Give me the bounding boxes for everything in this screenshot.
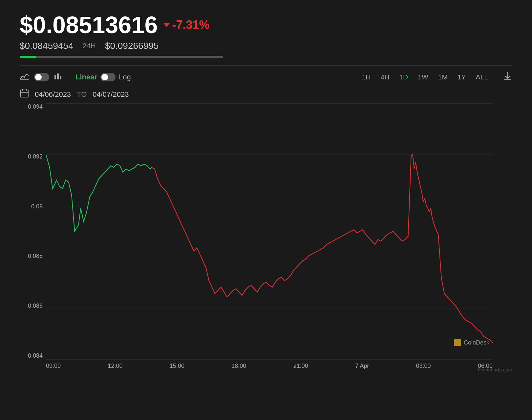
coindesk-brand: CoinDesk [464,339,489,346]
linear-log-toggle: Linear Log [75,73,131,81]
chart-inner [46,103,493,359]
time-buttons: 1H 4H 1D 1W 1M 1Y ALL [359,72,491,82]
x-axis: 09:00 12:00 15:00 18:00 21:00 7 Apr 03:0… [46,359,493,372]
price-display: $0.08513616 -7.31% [20,13,512,37]
x-label-15: 15:00 [170,363,184,369]
y-label-0094: 0.094 [28,103,43,110]
download-button[interactable] [503,72,512,83]
log-toggle-knob [101,74,108,80]
x-label-18: 18:00 [231,363,246,369]
y-axis: 0.094 0.092 0.09 0.088 0.086 0.084 [20,103,46,359]
price-high: $0.09266995 [105,41,159,51]
price-range-bar [20,56,223,58]
x-label-09: 09:00 [46,363,61,369]
x-label-21: 21:00 [293,363,308,369]
chart-type-toggle[interactable] [34,73,49,81]
chart-type-icons [20,72,63,82]
x-label-03: 03:00 [416,363,431,369]
controls-row: Linear Log 1H 4H 1D 1W 1M 1Y ALL [20,72,512,83]
svg-rect-5 [20,90,28,97]
date-from: 04/06/2023 [35,90,71,99]
divider [20,65,512,66]
date-range: 04/06/2023 TO 04/07/2023 [20,89,512,100]
x-label-12: 12:00 [108,363,122,369]
line-chart-icon[interactable] [20,72,30,82]
svg-rect-3 [60,76,61,79]
highcharts-credit: Highcharts.com [478,367,512,372]
time-btn-1w[interactable]: 1W [415,72,431,82]
date-to-label: TO [77,90,87,99]
price-chart-svg [46,103,493,359]
coindesk-logo [454,339,461,346]
label-24h: 24H [83,42,96,50]
watermark: CoinDesk [454,339,489,346]
date-to: 04/07/2023 [93,90,129,99]
bar-chart-icon[interactable] [54,72,63,82]
chart-area: 0.094 0.092 0.09 0.088 0.086 0.084 [20,103,512,372]
log-toggle[interactable] [100,73,116,81]
time-btn-1h[interactable]: 1H [359,72,373,82]
time-btn-4h[interactable]: 4H [378,72,392,82]
svg-rect-1 [54,75,56,79]
time-btn-1y[interactable]: 1Y [455,72,469,82]
toggle-knob [35,74,42,80]
x-label-7apr: 7 Apr [355,363,369,369]
linear-label: Linear [75,73,97,81]
y-label-0084: 0.084 [28,352,43,359]
red-line [152,154,493,343]
green-line [46,155,152,231]
time-btn-all[interactable]: ALL [473,72,491,82]
calendar-icon [20,89,29,100]
current-price: $0.08513616 [20,13,158,37]
time-btn-1d[interactable]: 1D [396,72,411,82]
price-range-fill [20,56,36,58]
arrow-down-icon [163,23,170,27]
y-label-0088: 0.088 [28,253,43,260]
price-change: -7.31% [163,19,209,31]
y-label-0092: 0.092 [28,153,43,160]
y-label-0086: 0.086 [28,303,43,309]
time-btn-1m[interactable]: 1M [436,72,450,82]
y-label-009: 0.09 [31,203,43,210]
log-label: Log [119,73,131,81]
price-range: $0.08459454 24H $0.09266995 [20,41,512,51]
svg-rect-2 [57,74,59,79]
change-pct: -7.31% [172,19,209,31]
price-low: $0.08459454 [20,41,74,51]
